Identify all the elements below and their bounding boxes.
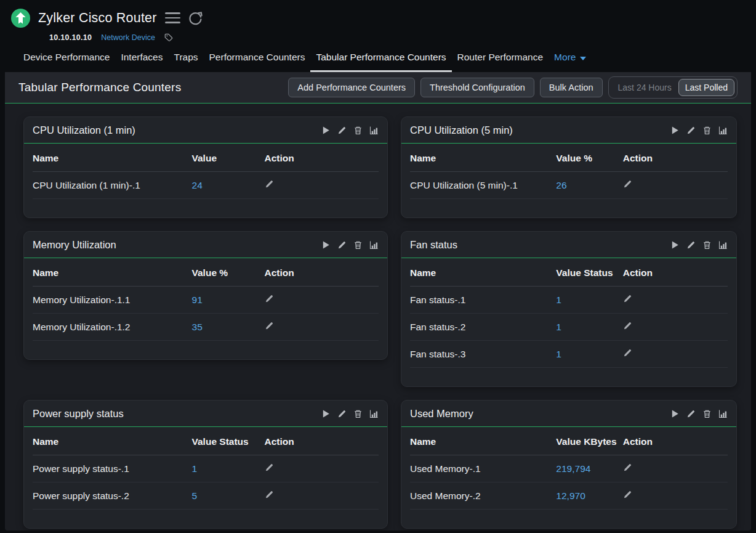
counter-table: Name Value Status Action Fan status-.1 1…	[410, 258, 728, 368]
edit-value-icon[interactable]	[265, 463, 274, 472]
counter-name: Memory Utilization-.1.1	[33, 287, 192, 314]
edit-value-icon[interactable]	[265, 321, 274, 330]
tag-icon[interactable]	[164, 33, 174, 43]
counter-value[interactable]: 91	[192, 287, 265, 314]
chart-icon[interactable]	[369, 409, 379, 418]
run-icon[interactable]	[670, 126, 680, 135]
counter-value[interactable]: 1	[556, 287, 622, 314]
edit-icon[interactable]	[337, 126, 347, 135]
column-header-action: Action	[265, 144, 379, 172]
edit-icon[interactable]	[337, 240, 347, 250]
edit-value-icon[interactable]	[623, 490, 632, 499]
card-title: CPU Utilization (5 min)	[410, 124, 670, 136]
card-title: Fan status	[410, 239, 670, 251]
edit-value-icon[interactable]	[623, 179, 632, 189]
edit-icon[interactable]	[337, 409, 347, 418]
column-header-name: Name	[33, 258, 192, 287]
run-icon[interactable]	[321, 409, 331, 418]
edit-value-icon[interactable]	[265, 490, 274, 499]
counter-table: Name Value Action CPU Utilization (1 min…	[33, 144, 379, 199]
chart-icon[interactable]	[369, 126, 379, 135]
delete-icon[interactable]	[353, 126, 363, 135]
counter-value[interactable]: 219,794	[556, 455, 622, 482]
delete-icon[interactable]	[702, 240, 712, 250]
counter-value[interactable]: 24	[192, 172, 265, 199]
refresh-icon[interactable]	[187, 10, 204, 26]
counter-action-cell	[265, 455, 379, 482]
edit-value-icon[interactable]	[623, 294, 632, 303]
chart-icon[interactable]	[369, 240, 379, 250]
delete-icon[interactable]	[702, 409, 712, 418]
card-header: Used Memory	[401, 401, 736, 427]
card-actions	[670, 409, 728, 418]
counter-name: Used Memory-.1	[410, 455, 556, 482]
edit-icon[interactable]	[686, 240, 696, 250]
tab-device-performance[interactable]: Device Performance	[18, 51, 115, 72]
device-category-link[interactable]: Network Device	[101, 33, 155, 42]
menu-icon[interactable]	[165, 12, 180, 23]
device-meta-row: 10.10.10.10 Network Device	[49, 33, 756, 43]
threshold-configuration-button[interactable]: Threshold Configuration	[420, 78, 534, 97]
tab-performance-counters[interactable]: Performance Counters	[204, 51, 311, 72]
card-header: CPU Utilization (1 min)	[24, 117, 387, 144]
tab-tabular-performance-counters[interactable]: Tabular Performance Counters	[310, 51, 451, 72]
run-icon[interactable]	[670, 409, 680, 418]
delete-icon[interactable]	[702, 126, 712, 135]
run-icon[interactable]	[321, 240, 331, 250]
counter-row: Power supply status-.1 1	[33, 455, 379, 482]
edit-value-icon[interactable]	[623, 463, 632, 472]
column-header-value: Value %	[192, 258, 265, 287]
card-actions	[321, 409, 379, 418]
edit-value-icon[interactable]	[265, 179, 274, 189]
counter-action-cell	[265, 482, 379, 510]
counter-card-power-supply-status: Power supply status	[23, 400, 388, 529]
card-footer-space	[33, 341, 379, 359]
counter-value[interactable]: 1	[556, 314, 622, 341]
counter-value[interactable]: 1	[556, 341, 622, 368]
tab-router-performance[interactable]: Router Performance	[452, 51, 549, 72]
counter-name: Power supply status-.1	[33, 455, 192, 482]
chart-icon[interactable]	[718, 126, 728, 135]
card-body: Name Value Status Action Fan status-.1 1…	[401, 258, 736, 386]
counter-value[interactable]: 35	[192, 314, 265, 341]
counter-row: CPU Utilization (5 min)-.1 26	[410, 172, 728, 199]
device-title-row: Zylker Cisco Router	[11, 7, 756, 28]
counter-table: Name Value KBytes Action Used Memory-.1 …	[410, 427, 728, 510]
counter-value[interactable]: 12,970	[556, 482, 622, 510]
counter-name: CPU Utilization (5 min)-.1	[410, 172, 556, 199]
delete-icon[interactable]	[353, 409, 363, 418]
card-actions	[670, 240, 728, 250]
tab-more[interactable]: More	[549, 51, 592, 72]
add-performance-counters-button[interactable]: Add Performance Counters	[288, 78, 415, 97]
edit-value-icon[interactable]	[623, 348, 632, 357]
chart-icon[interactable]	[718, 240, 728, 250]
counter-action-cell	[623, 455, 728, 482]
edit-icon[interactable]	[686, 126, 696, 135]
run-icon[interactable]	[670, 240, 680, 250]
tab-interfaces[interactable]: Interfaces	[115, 51, 168, 72]
counter-table: Name Value % Action CPU Utilization (5 m…	[410, 144, 728, 199]
edit-value-icon[interactable]	[623, 321, 632, 330]
edit-icon[interactable]	[686, 409, 696, 418]
tab-traps[interactable]: Traps	[168, 51, 203, 72]
device-tabs: Device PerformanceInterfacesTrapsPerform…	[11, 51, 756, 72]
counter-action-cell	[265, 172, 379, 199]
run-icon[interactable]	[321, 126, 331, 135]
toggle-last-24-hours[interactable]: Last 24 Hours	[611, 79, 678, 96]
column-header-value: Value %	[556, 144, 622, 172]
device-status-up-icon	[11, 9, 30, 28]
toolbar-actions: Add Performance CountersThreshold Config…	[283, 78, 602, 97]
counter-value[interactable]: 1	[192, 455, 265, 482]
toggle-last-polled[interactable]: Last Polled	[678, 79, 734, 96]
card-title: Power supply status	[33, 408, 321, 420]
column-header-value: Value	[192, 144, 265, 172]
card-body: Name Value Action CPU Utilization (1 min…	[24, 144, 387, 218]
counter-value[interactable]: 5	[192, 482, 265, 510]
bulk-action-button[interactable]: Bulk Action	[540, 78, 603, 97]
delete-icon[interactable]	[353, 240, 363, 250]
toolbar: Tabular Performance Counters Add Perform…	[5, 72, 751, 104]
counter-value[interactable]: 26	[556, 172, 622, 199]
edit-value-icon[interactable]	[265, 294, 274, 303]
chart-icon[interactable]	[718, 409, 728, 418]
counter-action-cell	[623, 172, 728, 199]
